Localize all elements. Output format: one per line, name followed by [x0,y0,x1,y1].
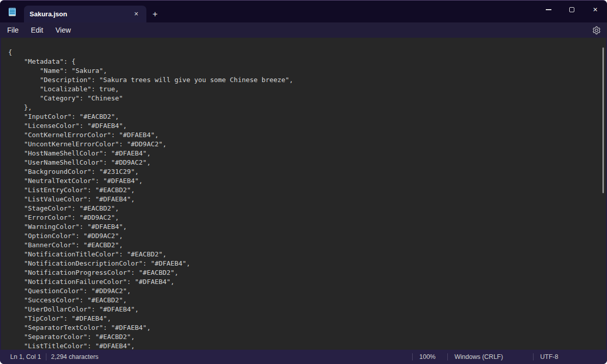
editor-text[interactable]: { "Metadata": { "Name": "Sakura", "Descr… [1,38,606,350]
encoding: UTF-8 [534,353,558,360]
statusbar: Ln 1, Col 1 2,294 characters 100% Window… [0,350,607,364]
menu-view[interactable]: View [49,24,77,36]
gear-icon [592,26,601,35]
cursor-position: Ln 1, Col 1 [0,353,46,360]
zoom-level-segment: 100% [412,350,447,364]
notepad-app-icon [0,1,24,22]
tab-label: Sakura.json [30,10,130,18]
notepad-icon [8,7,16,17]
line-ending-segment: Windows (CRLF) [447,350,533,364]
minimize-icon [546,9,551,10]
character-count: 2,294 characters [46,353,98,360]
window-controls: ✕ [537,1,607,19]
minimize-button[interactable] [537,1,560,19]
vertical-scrollbar-thumb[interactable] [602,47,604,193]
editor[interactable]: { "Metadata": { "Name": "Sakura", "Descr… [0,38,607,350]
maximize-icon [569,7,574,12]
titlebar: Sakura.json ✕ + ✕ [0,1,607,22]
menu-edit[interactable]: Edit [25,24,49,36]
tab-close-button[interactable]: ✕ [130,8,142,20]
menu-file[interactable]: File [1,24,25,36]
maximize-button[interactable] [560,1,584,19]
encoding-segment: UTF-8 [533,350,607,364]
close-icon: ✕ [593,7,598,13]
notepad-window: Sakura.json ✕ + ✕ File Edit View [0,0,607,364]
menubar: File Edit View [0,22,607,38]
tab-sakura-json[interactable]: Sakura.json ✕ [24,6,146,22]
line-ending: Windows (CRLF) [448,353,503,360]
new-tab-button[interactable]: + [146,6,164,22]
zoom-level: 100% [413,353,436,360]
settings-button[interactable] [586,22,607,38]
close-button[interactable]: ✕ [584,1,607,19]
